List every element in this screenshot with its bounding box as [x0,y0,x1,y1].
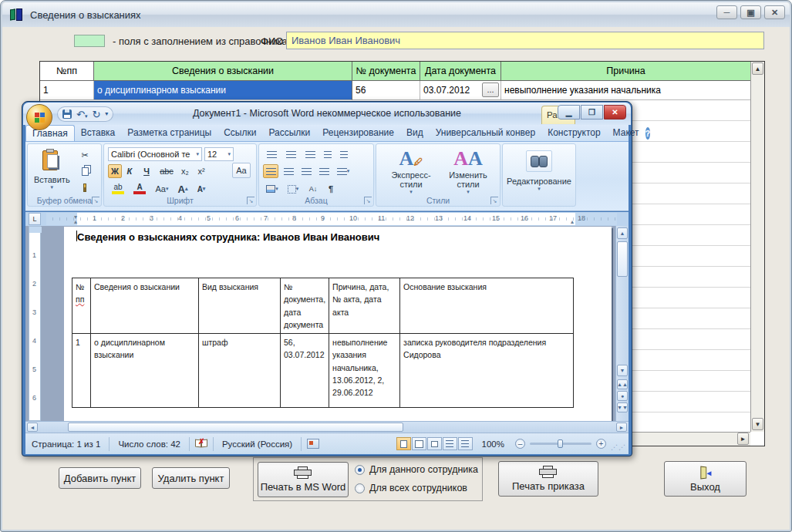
superscript-button[interactable]: x² [194,164,209,178]
doc-scroll-thumb[interactable] [617,241,628,277]
underline-button[interactable]: Ч [137,164,156,178]
font-name-combo[interactable]: Calibri (Основной те▾ [108,147,202,161]
decrease-indent-icon[interactable] [321,148,335,160]
word-restore-button[interactable]: ❐ [581,105,603,120]
zoom-out-icon[interactable]: – [515,439,525,449]
align-right-icon[interactable] [298,164,314,178]
ribbon-tab-6[interactable]: Вид [400,125,430,141]
add-item-button[interactable]: Добавить пункт [59,467,141,489]
zoom-thumb[interactable] [558,439,563,448]
change-styles-button[interactable]: АА Изменить стили ▾ [443,149,494,195]
grid-cell-0[interactable]: 1 [40,81,94,100]
copy-icon[interactable] [77,165,93,177]
numbered-list-icon[interactable] [282,148,299,160]
paste-button[interactable]: Вставить ▾ [34,149,70,190]
doc-scroll-left-icon[interactable]: ◄ [27,423,38,432]
format-painter-icon[interactable] [77,181,93,194]
status-page[interactable]: Страница: 1 из 1 [29,439,103,449]
web-layout-view-icon[interactable] [427,437,442,450]
ribbon-tab-7[interactable]: Универсальный конвер [430,125,542,141]
pilcrow-icon[interactable]: ¶ [324,182,338,196]
draft-view-icon[interactable] [458,437,473,450]
grow-font-button[interactable]: А▴ [174,182,191,196]
strikethrough-button[interactable]: abc [157,164,177,178]
paragraph-dialog-launcher[interactable]: ↘ [364,197,372,204]
app-close-button[interactable]: ✕ [764,5,785,19]
ribbon-tab-4[interactable]: Рассылки [262,125,316,141]
bullet-list-icon[interactable] [263,148,280,160]
fio-input[interactable] [286,32,764,49]
change-case-button[interactable]: Aa▾ [151,182,173,196]
grid-cell-3[interactable]: 03.07.2012... [420,81,501,100]
outline-view-icon[interactable] [443,437,457,450]
remove-item-button[interactable]: Удалить пункт [152,467,230,489]
multilevel-list-icon[interactable] [302,148,318,160]
italic-button[interactable]: К [123,164,136,178]
borders-icon[interactable]: ▾ [284,182,302,196]
print-layout-view-icon[interactable] [396,437,411,450]
sort-icon[interactable]: А↓ [305,182,322,196]
select-browse-object-icon[interactable]: ● [617,391,628,401]
line-spacing-icon[interactable]: ▾ [334,164,352,178]
font-size-combo[interactable]: 12▾ [204,147,234,161]
subscript-button[interactable]: x₂ [177,164,193,178]
zoom-track[interactable] [530,443,591,445]
status-word-count[interactable]: Число слов: 42 [115,439,184,449]
grid-cell-2[interactable]: 56 [352,81,420,100]
quick-styles-button[interactable]: A🖊 Экспресс-стили ▾ [386,149,436,195]
doc-scroll-down-icon[interactable]: ▼ [617,365,628,376]
resize-grip[interactable]: ⋰⋰ [611,443,626,451]
radio-dot-icon[interactable] [355,483,365,493]
clear-formatting-icon[interactable]: Aa [232,163,251,178]
highlight-color-button[interactable]: ab [108,182,128,196]
office-button[interactable] [26,104,52,130]
indent-marker-left2-icon[interactable]: ▴ [74,218,77,225]
print-order-button[interactable]: Печать приказа [498,461,598,497]
doc-vertical-scrollbar[interactable]: ▲ ▼ ▲▲ ● ▼▼ [615,226,629,421]
spellcheck-icon[interactable]: ✗ [195,439,207,449]
cut-icon[interactable]: ✂ [77,149,93,161]
print-to-word-button[interactable]: Печать в MS Word [258,462,349,497]
doc-scroll-right-icon[interactable]: ► [616,423,627,432]
tab-selector-button[interactable]: L [29,213,41,225]
exit-button[interactable]: ◄ Выход [664,461,747,497]
grid-vertical-scrollbar[interactable]: ▲ ▼ [750,62,764,433]
doc-hscroll-thumb[interactable] [68,423,403,432]
radio-all-employees[interactable]: Для всех сотрудников [355,483,467,493]
editing-dropdown[interactable]: Редактирование ▾ [503,150,575,192]
ribbon-tab-2[interactable]: Разметка страницы [121,125,217,141]
fullscreen-view-icon[interactable] [412,437,426,450]
app-restore-button[interactable]: ▣ [740,5,761,19]
date-picker-button[interactable]: ... [482,82,499,97]
justify-icon[interactable] [316,164,332,178]
align-left-icon[interactable] [263,164,278,178]
document-page[interactable]: Сведения о взысканиях сотрудника: Иванов… [64,227,612,421]
zoom-level[interactable]: 100% [479,439,507,449]
language-bar-icon[interactable] [307,439,319,449]
radio-current-employee[interactable]: Для данного сотрудника [355,464,478,475]
grid-scroll-up-icon[interactable]: ▲ [752,62,763,75]
grid-cell-1[interactable]: о дисциплинарном взыскании [94,81,352,100]
grid-scroll-right-icon[interactable]: ► [737,433,749,445]
doc-horizontal-scrollbar[interactable]: ◄ ► [25,421,629,433]
grid-cell-4[interactable]: невыполнение указания начальника [501,81,751,100]
app-minimize-button[interactable]: ─ [716,5,737,19]
help-icon[interactable]: ? [645,127,651,140]
zoom-in-icon[interactable]: + [596,439,606,449]
next-page-icon[interactable]: ▼▼ [617,402,628,412]
ribbon-tab-5[interactable]: Рецензирование [316,125,400,141]
grid-scroll-down-icon[interactable]: ▼ [752,418,763,430]
status-language[interactable]: Русский (Россия) [219,439,295,449]
radio-dot-icon[interactable] [355,465,365,475]
font-color-button[interactable]: А [130,182,150,196]
previous-page-icon[interactable]: ▲▲ [617,379,628,389]
shading-icon[interactable]: ▾ [263,182,281,196]
bold-button[interactable]: Ж [108,164,122,178]
font-dialog-launcher[interactable]: ↘ [247,197,254,204]
doc-scroll-up-icon[interactable]: ▲ [617,227,628,239]
indent-marker-right-icon[interactable]: ▴ [571,218,574,225]
ribbon-tab-8[interactable]: Конструктор [541,125,606,141]
word-close-button[interactable]: ✕ [604,105,626,120]
clipboard-dialog-launcher[interactable]: ↘ [92,197,99,204]
ribbon-tab-1[interactable]: Вставка [75,125,122,141]
